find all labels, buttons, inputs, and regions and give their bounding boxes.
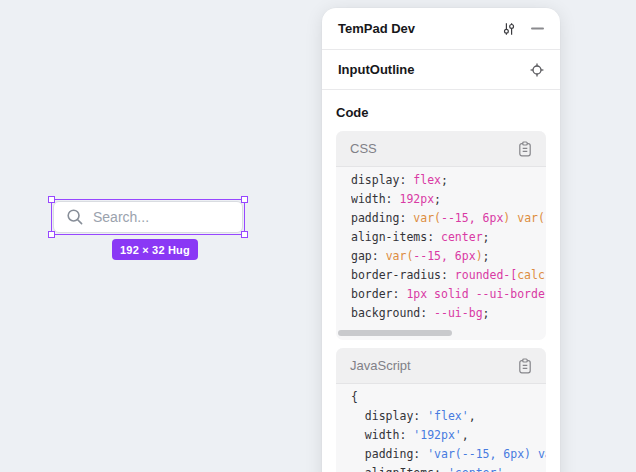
css-code-header: CSS [336, 131, 546, 167]
code-language-label: CSS [350, 141, 518, 156]
search-input-element[interactable]: Search... [53, 201, 243, 233]
javascript-code-header: JavaScript [336, 348, 546, 384]
horizontal-scrollbar[interactable] [338, 330, 542, 336]
locate-button[interactable] [530, 63, 544, 77]
size-badge: 192 × 32 Hug [112, 239, 198, 260]
selection-handle-top-left[interactable] [48, 196, 55, 203]
copy-css-button[interactable] [518, 141, 532, 157]
selected-component-row: InputOutline [322, 50, 560, 90]
code-line: padding: var(--15, 6px) var(--15 [351, 209, 546, 228]
code-line: background: --ui-bg; [351, 304, 546, 323]
design-canvas-page: Search... 192 × 32 Hug TemPad Dev [0, 0, 636, 472]
code-line: display: flex; [351, 171, 546, 190]
sliders-icon [502, 22, 516, 36]
clipboard-copy-icon [518, 358, 532, 374]
locate-crosshair-icon [530, 63, 544, 77]
javascript-code-block: JavaScript { display: 'flex', width: '19… [336, 348, 546, 472]
code-section: Code CSS display: flex;width: 192px;padd… [322, 90, 560, 472]
javascript-code-body: { display: 'flex', width: '192px', paddi… [336, 384, 546, 472]
selection-handle-bottom-left[interactable] [48, 231, 55, 238]
scrollbar-thumb[interactable] [338, 330, 452, 336]
css-code-block: CSS display: flex;width: 192px;padding: … [336, 131, 546, 340]
selection-handle-top-right[interactable] [241, 196, 248, 203]
code-line: gap: var(--15, 6px); [351, 247, 546, 266]
minimize-button[interactable] [531, 22, 544, 35]
code-line: { [351, 388, 546, 407]
options-button[interactable] [502, 22, 516, 36]
selection-handle-bottom-right[interactable] [241, 231, 248, 238]
code-line: padding: 'var(--15, 6px) var [351, 445, 546, 464]
css-code-body: display: flex;width: 192px;padding: var(… [336, 167, 546, 327]
clipboard-copy-icon [518, 141, 532, 157]
panel-header: TemPad Dev [322, 8, 560, 50]
copy-javascript-button[interactable] [518, 358, 532, 374]
code-line: alignItems: 'center', [351, 464, 546, 472]
minimize-icon [531, 22, 544, 35]
magnifier-icon [66, 208, 84, 226]
tempad-dev-panel: TemPad Dev InputOutline [322, 8, 560, 472]
code-language-label: JavaScript [350, 358, 518, 373]
code-line: border: 1px solid --ui-border-co [351, 285, 546, 304]
code-line: border-radius: rounded-[calc(var [351, 266, 546, 285]
code-section-label: Code [336, 105, 546, 120]
code-line: align-items: center; [351, 228, 546, 247]
panel-title: TemPad Dev [338, 21, 502, 36]
search-placeholder: Search... [93, 209, 149, 225]
code-line: width: '192px', [351, 426, 546, 445]
code-line: display: 'flex', [351, 407, 546, 426]
component-name: InputOutline [338, 62, 530, 77]
code-line: width: 192px; [351, 190, 546, 209]
